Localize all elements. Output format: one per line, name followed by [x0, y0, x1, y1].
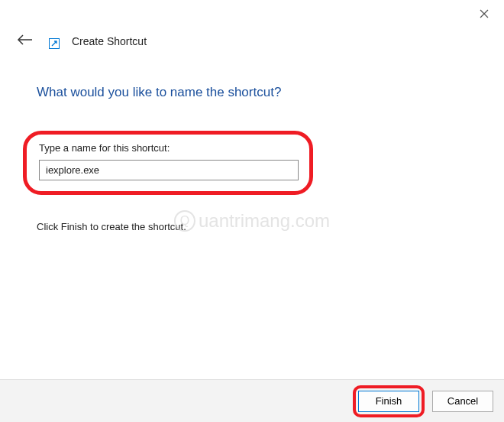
highlight-annotation-finish: Finish	[353, 385, 425, 417]
back-arrow-icon[interactable]	[14, 29, 37, 53]
button-bar: Finish Cancel	[0, 379, 504, 422]
wizard-title: Create Shortcut	[72, 35, 147, 47]
shortcut-name-label: Type a name for this shortcut:	[33, 142, 296, 154]
close-button[interactable]	[478, 8, 490, 20]
highlight-annotation-input: Type a name for this shortcut:	[23, 131, 313, 195]
finish-button[interactable]: Finish	[358, 391, 419, 412]
shortcut-name-input[interactable]	[39, 160, 299, 180]
instruction-text: Click Finish to create the shortcut.	[37, 221, 467, 232]
page-heading: What would you like to name the shortcut…	[37, 85, 467, 100]
main-content: What would you like to name the shortcut…	[0, 53, 504, 232]
wizard-header: Create Shortcut	[0, 0, 504, 53]
cancel-button[interactable]: Cancel	[432, 391, 493, 412]
shortcut-icon	[49, 38, 60, 49]
